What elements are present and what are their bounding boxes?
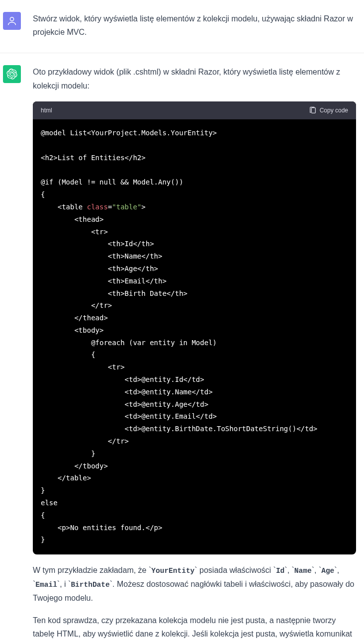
svg-point-0 bbox=[10, 17, 13, 21]
openai-icon bbox=[6, 69, 17, 80]
user-avatar bbox=[3, 12, 21, 30]
copy-code-label: Copy code bbox=[320, 105, 348, 115]
copy-code-button[interactable]: Copy code bbox=[309, 105, 348, 115]
inline-code: BirthDate bbox=[71, 581, 109, 589]
code-content[interactable]: @model List<YourProject.Models.YourEntit… bbox=[33, 119, 356, 554]
assistant-avatar bbox=[3, 65, 21, 83]
inline-code: Email bbox=[35, 581, 57, 589]
code-block: html Copy code @model List<YourProject.M… bbox=[33, 101, 356, 554]
assistant-content: Oto przykładowy widok (plik .cshtml) w s… bbox=[33, 65, 361, 639]
assistant-message: Oto przykładowy widok (plik .cshtml) w s… bbox=[0, 53, 364, 639]
inline-code: Age bbox=[321, 567, 334, 575]
inline-code: Id bbox=[276, 567, 284, 575]
code-lang-label: html bbox=[41, 105, 52, 115]
inline-code: Name bbox=[294, 567, 312, 575]
assistant-intro: Oto przykładowy widok (plik .cshtml) w s… bbox=[33, 65, 356, 92]
explanation-para-1: W tym przykładzie zakładam, że `YourEnti… bbox=[33, 563, 356, 604]
user-content: Stwórz widok, który wyświetla listę elem… bbox=[33, 12, 361, 41]
user-icon bbox=[6, 15, 17, 26]
user-message: Stwórz widok, który wyświetla listę elem… bbox=[0, 0, 364, 53]
explanation-para-2: Ten kod sprawdza, czy przekazana kolekcj… bbox=[33, 614, 356, 639]
inline-code: YourEntity bbox=[151, 567, 194, 575]
clipboard-icon bbox=[309, 106, 317, 114]
svg-rect-1 bbox=[311, 108, 315, 113]
code-header: html Copy code bbox=[33, 101, 356, 119]
user-text: Stwórz widok, który wyświetla listę elem… bbox=[33, 12, 356, 39]
